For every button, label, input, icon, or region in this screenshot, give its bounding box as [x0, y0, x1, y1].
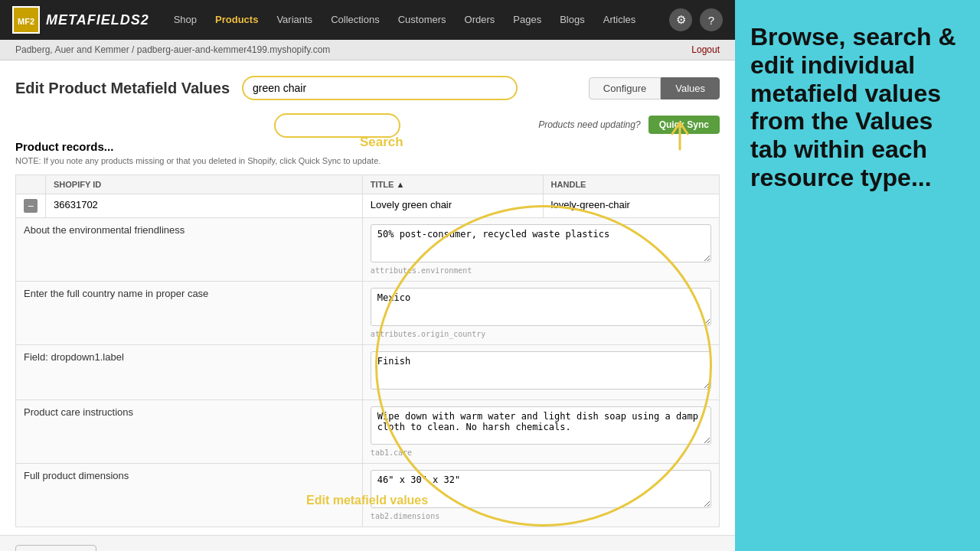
- annotation-text: Browse, search & edit individual metafie…: [750, 23, 965, 192]
- col-title[interactable]: TITLE ▲: [362, 175, 543, 194]
- table-row: − 36631702 Lovely green chair lovely-gre…: [16, 194, 720, 218]
- nav-collections[interactable]: Collections: [322, 0, 389, 40]
- meta-key-4: tab2.dimensions: [371, 512, 711, 520]
- metafield-row-1: Enter the full country name in proper ca…: [16, 282, 720, 345]
- meta-value-cell-2: Finish: [362, 345, 719, 400]
- collapse-cell: −: [16, 194, 46, 218]
- nav-articles[interactable]: Articles: [594, 0, 645, 40]
- meta-textarea-2[interactable]: Finish: [371, 351, 711, 390]
- section-note: NOTE: If you note any products missing o…: [15, 156, 720, 165]
- breadcrumb-text: Padberg, Auer and Kemmer / padberg-auer-…: [15, 44, 330, 55]
- store-url[interactable]: padberg-auer-and-kemmer4199.myshopify.co…: [137, 44, 331, 55]
- svg-text:MF2: MF2: [18, 17, 34, 26]
- sync-note: Products need updating?: [538, 119, 640, 130]
- page-header: Edit Product Metafield Values Configure …: [15, 76, 720, 100]
- save-values-button[interactable]: Save Values: [15, 545, 96, 551]
- meta-value-cell-0: 50% post-consumer, recycled waste plasti…: [362, 218, 719, 282]
- meta-key-3: tab1.care: [371, 448, 711, 457]
- table-header-row: SHOPIFY ID TITLE ▲ HANDLE: [16, 175, 720, 194]
- logo-text: METAFIELDS2: [46, 12, 149, 28]
- meta-key-0: attributes.environment: [371, 266, 711, 275]
- nav-customers[interactable]: Customers: [389, 0, 456, 40]
- logo-icon: MF2: [12, 6, 40, 34]
- col-shopify-id: SHOPIFY ID: [46, 175, 363, 194]
- meta-key-1: attributes.origin_country: [371, 330, 711, 338]
- top-nav: MF2 METAFIELDS2 Shop Products Variants C…: [0, 0, 735, 40]
- product-table: SHOPIFY ID TITLE ▲ HANDLE − 36: [15, 174, 720, 527]
- page-title: Edit Product Metafield Values: [15, 80, 230, 97]
- tab-buttons: Configure Values: [589, 77, 720, 99]
- title-cell: Lovely green chair: [362, 194, 543, 218]
- annotation-panel: Browse, search & edit individual metafie…: [735, 0, 980, 551]
- handle-cell: lovely-green-chair: [543, 194, 719, 218]
- store-link[interactable]: Padberg, Auer and Kemmer: [15, 44, 129, 55]
- logo-area: MF2 METAFIELDS2: [12, 6, 149, 34]
- settings-icon[interactable]: ⚙: [669, 8, 692, 31]
- logout-link[interactable]: Logout: [691, 44, 720, 55]
- metafield-row-2: Field: dropdown1.label Finish: [16, 345, 720, 400]
- meta-label-3: Product care instructions: [16, 400, 363, 464]
- nav-orders[interactable]: Orders: [456, 0, 505, 40]
- values-tab[interactable]: Values: [661, 77, 720, 99]
- configure-tab[interactable]: Configure: [589, 77, 661, 99]
- nav-pages[interactable]: Pages: [504, 0, 550, 40]
- nav-shop[interactable]: Shop: [165, 0, 206, 40]
- nav-products[interactable]: Products: [206, 0, 267, 40]
- col-handle: HANDLE: [543, 175, 719, 194]
- nav-blogs[interactable]: Blogs: [550, 0, 594, 40]
- nav-variants[interactable]: Variants: [267, 0, 322, 40]
- meta-label-0: About the environmental friendliness: [16, 218, 363, 282]
- col-collapse: [16, 175, 46, 194]
- meta-textarea-1[interactable]: Mexico: [371, 288, 711, 326]
- sync-bar: Products need updating? Quick Sync: [15, 116, 720, 134]
- main-content: Edit Product Metafield Values Configure …: [0, 60, 735, 535]
- meta-value-cell-3: Wipe down with warm water and light dish…: [362, 400, 719, 464]
- meta-textarea-3[interactable]: Wipe down with warm water and light dish…: [371, 406, 711, 445]
- nav-icons: ⚙ ?: [669, 8, 723, 31]
- help-icon[interactable]: ?: [700, 8, 723, 31]
- search-input[interactable]: [242, 76, 518, 100]
- meta-label-2: Field: dropdown1.label: [16, 345, 363, 400]
- metafield-row-3: Product care instructions Wipe down with…: [16, 400, 720, 464]
- shopify-id-cell: 36631702: [46, 194, 363, 218]
- nav-links: Shop Products Variants Collections Custo…: [165, 0, 669, 40]
- search-annotation: Search: [360, 135, 403, 150]
- footer-bar: Save Values or Cancel: [0, 535, 735, 551]
- breadcrumb-sep: /: [132, 44, 137, 55]
- edit-annotation: Edit metafield values: [306, 494, 428, 507]
- metafield-row-0: About the environmental friendliness 50%…: [16, 218, 720, 282]
- sort-arrow-icon: ▲: [396, 180, 404, 189]
- breadcrumb: Padberg, Auer and Kemmer / padberg-auer-…: [0, 40, 735, 60]
- quick-sync-button[interactable]: Quick Sync: [648, 116, 720, 134]
- meta-label-1: Enter the full country name in proper ca…: [16, 282, 363, 345]
- meta-value-cell-1: Mexico attributes.origin_country: [362, 282, 719, 345]
- collapse-button[interactable]: −: [24, 199, 38, 213]
- meta-textarea-0[interactable]: 50% post-consumer, recycled waste plasti…: [371, 224, 711, 262]
